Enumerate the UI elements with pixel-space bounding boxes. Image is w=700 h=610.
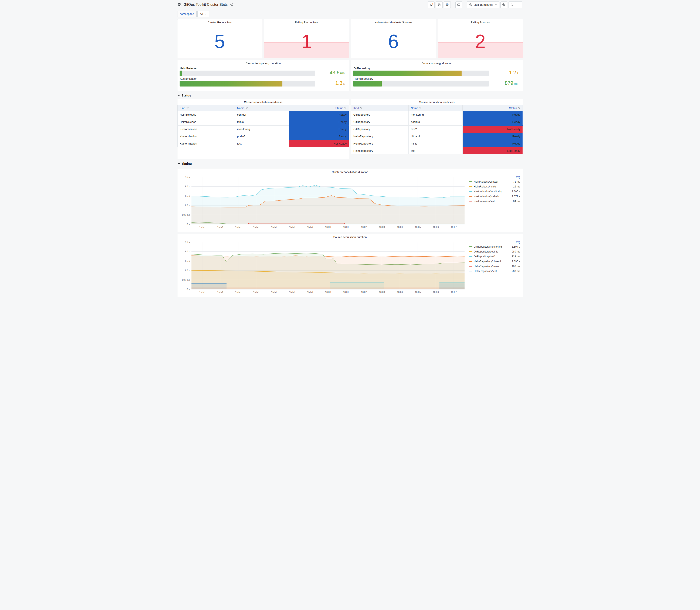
column-header-name[interactable]: Name [235,105,289,111]
legend-series-name[interactable]: GitRepository/monitoring [474,245,502,248]
filter-icon[interactable] [360,107,362,109]
legend-series-name[interactable]: HelmRepository/bitnami [474,260,501,263]
share-icon[interactable] [230,3,233,6]
dashboard-grid-icon [178,3,181,6]
svg-text:16:02: 16:02 [361,226,367,228]
legend-series-name[interactable]: Kustomization/podinfo [474,195,499,198]
legend-item[interactable]: HelmRepository/minio108 ms [469,264,520,269]
gauge-fill [180,70,182,76]
legend-series-name[interactable]: Kustomization/monitoring [474,190,503,193]
section-header-timing[interactable]: Timing [177,159,523,167]
cell-kind: Kustomization [177,126,235,133]
svg-text:16:07: 16:07 [451,291,457,293]
svg-text:16:04: 16:04 [397,226,403,228]
dashboard-settings-button[interactable]: ⚙ [444,1,451,8]
cell-name: test2 [409,126,462,133]
time-series-plot[interactable]: 15:5315:5415:5515:5615:5715:5815:5916:00… [179,175,468,229]
cell-kind: GitRepository [351,118,409,126]
legend-item[interactable]: HelmRelease/contour71 ms [469,179,520,184]
table-row: HelmRepositorybitnamiReady [351,133,523,140]
panel-title[interactable]: Cluster reconciliation duration [179,169,521,175]
save-dashboard-button[interactable] [436,1,443,8]
panel-title[interactable]: Cluster reconciliation readiness [177,99,349,105]
column-header-kind[interactable]: Kind [177,105,235,111]
refresh-interval-dropdown[interactable] [515,1,522,8]
svg-text:15:58: 15:58 [289,291,295,293]
legend-series-name[interactable]: GitRepository/test2 [474,255,495,258]
svg-text:16:06: 16:06 [433,226,439,228]
svg-text:16:03: 16:03 [379,291,385,293]
column-header-kind[interactable]: Kind [351,105,409,111]
cell-kind: Kustomization [177,133,235,140]
kiosk-mode-button[interactable] [455,1,462,8]
filter-icon[interactable] [245,107,248,109]
cell-kind: HelmRepository [351,133,409,140]
cell-name: minio [235,118,289,126]
legend-series-name[interactable]: HelmRepository/minio [474,265,499,268]
panel-title[interactable]: Kubernetes Manifests Sources [351,19,436,25]
svg-text:1.0 s: 1.0 s [185,269,190,272]
cell-name: test [409,147,462,154]
time-series-plot[interactable]: 15:5315:5415:5515:5615:5715:5815:5916:00… [179,240,468,294]
column-header-status[interactable]: Status [289,105,349,111]
table-header-row: KindNameStatus [351,105,523,111]
status-badge: Ready [289,118,349,126]
legend-item[interactable]: GitRepository/test2338 ms [469,254,520,259]
column-header-status[interactable]: Status [462,105,523,111]
legend-item[interactable]: GitRepository/podinfo980 ms [469,249,520,254]
panel-title[interactable]: Source acquisition readiness [351,99,523,105]
chart-legend: avgGitRepository/monitoring1.594 sGitRep… [468,240,521,296]
svg-text:16:05: 16:05 [415,291,421,293]
panel-title[interactable]: Source acquisition duration [179,234,521,240]
panel-title[interactable]: Cluster Reconcilers [177,19,262,25]
add-panel-button[interactable] [428,1,435,8]
legend-item[interactable]: HelmRelease/minio16 ms [469,184,520,189]
zoom-out-time-button[interactable] [501,1,507,8]
time-range-picker[interactable]: Last 15 minutes [467,1,499,8]
svg-text:16:06: 16:06 [433,291,439,293]
svg-text:15:57: 15:57 [271,226,277,228]
panel-title[interactable]: Reconciler ops avg. duration [180,60,347,66]
refresh-button[interactable] [508,1,515,8]
legend-series-name[interactable]: HelmRelease/contour [474,180,498,183]
legend-item[interactable]: GitRepository/monitoring1.594 s [469,244,520,249]
legend-avg-header[interactable]: avg [516,241,520,244]
legend-swatch [469,201,472,202]
variable-value-namespace[interactable]: All [197,11,209,17]
panel-title[interactable]: Failing Reconcilers [264,19,349,25]
panel-title[interactable]: Source ops avg. duration [353,60,521,66]
svg-text:15:54: 15:54 [217,226,223,228]
legend-item[interactable]: Kustomization/test84 ms [469,199,520,204]
legend-item[interactable]: Kustomization/monitoring1.605 s [469,189,520,194]
time-series-chart[interactable]: 15:5315:5415:5515:5615:5715:5815:5916:00… [179,175,468,229]
table-row: HelmRepositoryminioReady [351,140,523,147]
legend-series-name[interactable]: HelmRelease/minio [474,185,496,188]
svg-text:16:05: 16:05 [415,226,421,228]
legend-item[interactable]: Kustomization/podinfo1.071 s [469,194,520,199]
legend-item[interactable]: HelmRepository/test289 ms [469,269,520,274]
legend-avg-header[interactable]: avg [516,176,520,178]
cell-kind: Kustomization [177,140,235,147]
legend-item[interactable]: HelmRepository/bitnami1.695 s [469,259,520,264]
column-header-name[interactable]: Name [409,105,462,111]
gauge-track [353,81,489,86]
legend-series-name[interactable]: HelmRepository/test [474,270,497,273]
svg-text:15:56: 15:56 [253,291,259,293]
panel-title[interactable]: Failing Sources [438,19,523,25]
section-header-status[interactable]: Status [177,91,523,99]
filter-icon[interactable] [518,107,520,109]
stat-value: 5 [214,32,225,51]
status-badge: Not Ready [289,140,349,147]
filter-icon[interactable] [344,107,347,109]
gauge-track [180,70,315,76]
time-series-chart[interactable]: 15:5315:5415:5515:5615:5715:5815:5916:00… [179,240,468,294]
filter-icon[interactable] [186,107,189,109]
filter-icon[interactable] [419,107,422,109]
legend-swatch [469,271,472,271]
panel-cluster-reconciliation-duration: Cluster reconciliation duration 15:5315:… [177,169,523,232]
legend-series-name[interactable]: GitRepository/podinfo [474,250,498,253]
cell-name: test [235,140,289,147]
readiness-table: KindNameStatusGitRepositorymonitoringRea… [351,105,523,154]
legend-series-name[interactable]: Kustomization/test [474,200,495,203]
bar-gauge-row: HelmRepository 879ms [353,77,521,86]
